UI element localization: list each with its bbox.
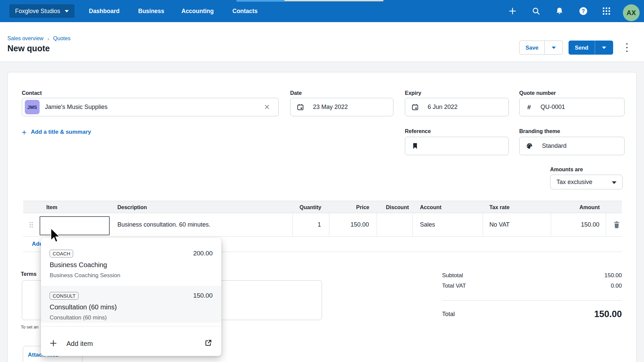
- item-dropdown: COACH 200.00 Business Coaching Business …: [41, 238, 221, 356]
- table-header: Item Description Quantity Price Discount…: [23, 201, 622, 213]
- cell-price[interactable]: 150.00: [329, 213, 377, 236]
- amounts-are-select[interactable]: Tax exclusive: [550, 175, 623, 189]
- breadcrumb: Sales overview › Quotes: [7, 36, 70, 42]
- nav-item-business[interactable]: Business: [138, 0, 164, 22]
- subtotal-value: 150.00: [604, 272, 622, 279]
- nav-item-accounting[interactable]: Accounting: [181, 0, 214, 22]
- breadcrumb-separator: ›: [48, 36, 49, 42]
- col-price: Price: [329, 201, 369, 214]
- help-icon[interactable]: ?: [579, 7, 588, 15]
- col-item: Item: [46, 201, 80, 214]
- amounts-are-value: Tax exclusive: [556, 179, 592, 186]
- total-value: 150.00: [594, 309, 622, 319]
- item-price: 150.00: [193, 292, 213, 299]
- expiry-value: 6 Jun 2022: [428, 104, 458, 111]
- svg-text:?: ?: [582, 8, 585, 14]
- item-code-badge: CONSULT: [50, 292, 78, 300]
- col-tax-rate: Tax rate: [489, 201, 540, 214]
- reference-field[interactable]: [405, 137, 509, 155]
- item-price: 200.00: [193, 250, 213, 257]
- cell-amount[interactable]: 150.00: [551, 213, 606, 236]
- col-discount: Discount: [377, 201, 409, 214]
- quote-number-value: QU-0001: [541, 104, 565, 111]
- line-item-row: Business consultation. 60 minutes. 1 150…: [23, 213, 622, 237]
- clear-contact-icon[interactable]: [263, 103, 271, 111]
- contact-initials-chip: JMS: [25, 100, 40, 114]
- col-account: Account: [420, 201, 470, 214]
- cell-description[interactable]: Business consultation. 60 minutes.: [109, 213, 293, 236]
- breadcrumb-sales-overview[interactable]: Sales overview: [7, 36, 44, 42]
- expiry-label: Expiry: [405, 90, 421, 96]
- branding-theme-label: Branding theme: [519, 128, 560, 134]
- totals-divider: [442, 300, 622, 301]
- external-link-icon: [204, 339, 212, 347]
- org-menu-button[interactable]: Foxglove Studios: [9, 4, 74, 18]
- nav-item-dashboard[interactable]: Dashboard: [89, 0, 119, 22]
- date-value: 23 May 2022: [313, 104, 348, 111]
- cell-tax-rate[interactable]: No VAT: [483, 213, 551, 236]
- quote-number-field[interactable]: # QU-0001: [519, 98, 625, 116]
- plus-icon: +: [22, 129, 26, 135]
- amounts-are-label: Amounts are: [550, 167, 583, 173]
- chevron-down-icon: [552, 47, 556, 49]
- contact-label: Contact: [22, 90, 42, 96]
- date-label: Date: [290, 90, 302, 96]
- save-button[interactable]: Save: [519, 41, 563, 55]
- drag-handle-icon[interactable]: [30, 222, 33, 228]
- cell-discount[interactable]: [377, 213, 413, 236]
- send-button[interactable]: Send: [569, 41, 613, 55]
- branding-theme-value: Standard: [542, 142, 567, 149]
- col-amount: Amount: [551, 201, 600, 214]
- branding-theme-field[interactable]: Standard: [519, 137, 625, 155]
- item-name: Business Coaching: [50, 261, 107, 269]
- notifications-bell-icon[interactable]: [555, 7, 564, 15]
- cell-quantity[interactable]: 1: [293, 213, 329, 236]
- total-vat-label: Total VAT: [442, 283, 466, 289]
- quote-number-label: Quote number: [519, 90, 556, 96]
- add-title-summary-link[interactable]: + Add a title & summary: [22, 129, 91, 135]
- chevron-down-icon: [65, 10, 69, 12]
- top-nav: Foxglove Studios Dashboard Business Acco…: [0, 0, 644, 22]
- item-description: Business Coaching Session: [50, 272, 120, 279]
- add-title-summary-label: Add a title & summary: [31, 129, 91, 135]
- bookmark-icon: [412, 143, 418, 149]
- contact-value: Jamie's Music Supplies: [45, 98, 108, 116]
- progress-strip-gray: [284, 0, 383, 1]
- create-new-icon[interactable]: [508, 7, 517, 15]
- search-icon[interactable]: [532, 7, 540, 15]
- chevron-down-icon: [602, 47, 606, 49]
- total-vat-value: 0.00: [611, 283, 622, 289]
- chevron-down-icon: [612, 181, 616, 184]
- mouse-cursor: [49, 228, 62, 244]
- expiry-field[interactable]: 6 Jun 2022: [405, 98, 509, 116]
- send-dropdown-toggle[interactable]: [595, 41, 613, 55]
- date-field[interactable]: 23 May 2022: [290, 98, 393, 116]
- reference-label: Reference: [405, 128, 431, 134]
- plus-icon: [50, 340, 57, 347]
- cell-account[interactable]: Sales: [413, 213, 483, 236]
- item-option-consult[interactable]: CONSULT 150.00 Consultation (60 mins) Co…: [41, 286, 221, 323]
- new-quote-page: Foxglove Studios Dashboard Business Acco…: [0, 0, 644, 362]
- contact-field[interactable]: JMS Jamie's Music Supplies: [22, 98, 279, 116]
- more-options-icon[interactable]: [625, 43, 629, 52]
- total-label: Total: [442, 311, 455, 318]
- add-item-label: Add item: [66, 340, 93, 348]
- palette-icon: [526, 143, 533, 149]
- add-item-option[interactable]: Add item: [41, 326, 221, 356]
- calendar-icon: [297, 104, 304, 110]
- breadcrumb-quotes[interactable]: Quotes: [53, 36, 71, 42]
- page-title: New quote: [7, 44, 50, 53]
- avatar[interactable]: AX: [623, 4, 640, 21]
- save-dropdown-toggle[interactable]: [545, 41, 562, 54]
- hash-icon: #: [527, 104, 531, 111]
- item-description: Consultation (60 mins): [50, 314, 107, 321]
- col-description: Description: [117, 201, 184, 214]
- save-button-label[interactable]: Save: [520, 41, 545, 54]
- apps-grid-icon[interactable]: [602, 7, 611, 15]
- item-option-coach[interactable]: COACH 200.00 Business Coaching Business …: [41, 239, 221, 286]
- send-button-label[interactable]: Send: [569, 41, 595, 55]
- nav-item-contacts[interactable]: Contacts: [232, 0, 258, 22]
- delete-row-icon[interactable]: [613, 221, 620, 228]
- calendar-icon: [412, 104, 418, 110]
- subtotal-label: Subtotal: [442, 272, 463, 279]
